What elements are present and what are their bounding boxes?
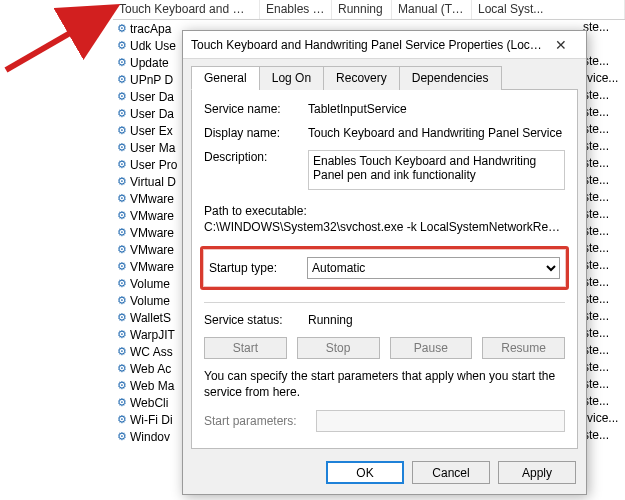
gear-icon: ⚙	[113, 277, 130, 290]
tab-log-on[interactable]: Log On	[259, 66, 324, 90]
start-parameters-input[interactable]	[316, 410, 565, 432]
logon-fragment: ste...	[583, 292, 625, 309]
gear-icon: ⚙	[113, 39, 130, 52]
logon-fragment: ste...	[583, 394, 625, 411]
ok-button[interactable]: OK	[326, 461, 404, 484]
column-status[interactable]: Running	[332, 0, 392, 19]
start-button[interactable]: Start	[204, 337, 287, 359]
gear-icon: ⚙	[113, 141, 130, 154]
gear-icon: ⚙	[113, 73, 130, 86]
tab-recovery[interactable]: Recovery	[323, 66, 400, 90]
logon-fragment: ste...	[583, 275, 625, 292]
close-icon[interactable]: ✕	[542, 34, 580, 56]
dialog-titlebar[interactable]: Touch Keyboard and Handwriting Panel Ser…	[183, 31, 586, 59]
gear-icon: ⚙	[113, 175, 130, 188]
gear-icon: ⚙	[113, 243, 130, 256]
gear-icon: ⚙	[113, 379, 130, 392]
logon-fragment: ste...	[583, 428, 625, 445]
column-startup-type[interactable]: Manual (Trig...	[392, 0, 472, 19]
gear-icon: ⚙	[113, 328, 130, 341]
gear-icon: ⚙	[113, 311, 130, 324]
logon-fragment: ste...	[583, 326, 625, 343]
startup-type-highlight: Startup type: Automatic (Delayed Start)A…	[200, 246, 569, 290]
gear-icon: ⚙	[113, 345, 130, 358]
startup-type-select[interactable]: Automatic (Delayed Start)AutomaticManual…	[307, 257, 560, 279]
services-columns-header: Touch Keyboard and Hand... Enables Tou..…	[113, 0, 625, 20]
column-name[interactable]: Touch Keyboard and Hand...	[113, 0, 260, 19]
dialog-button-row: OK Cancel Apply	[183, 457, 586, 494]
gear-icon: ⚙	[113, 294, 130, 307]
logon-fragment: ste...	[583, 207, 625, 224]
value-service-name: TabletInputService	[308, 102, 565, 116]
label-display-name: Display name:	[204, 126, 308, 140]
tab-dependencies[interactable]: Dependencies	[399, 66, 502, 90]
column-logon-as[interactable]: Local Syst...	[472, 0, 625, 19]
label-start-parameters: Start parameters:	[204, 414, 308, 428]
svg-line-0	[6, 10, 110, 70]
gear-icon: ⚙	[113, 107, 130, 120]
label-service-status: Service status:	[204, 313, 308, 327]
gear-icon: ⚙	[113, 396, 130, 409]
label-description: Description:	[204, 150, 308, 164]
gear-icon: ⚙	[113, 362, 130, 375]
logon-fragment: ste...	[583, 258, 625, 275]
gear-icon: ⚙	[113, 158, 130, 171]
logon-fragment: rvice...	[583, 411, 625, 428]
label-service-name: Service name:	[204, 102, 308, 116]
logon-column-fragments: ste...ste...rvice...ste...ste...ste...st…	[583, 20, 625, 445]
label-startup-type: Startup type:	[209, 261, 307, 275]
gear-icon: ⚙	[113, 56, 130, 69]
logon-fragment: ste...	[583, 224, 625, 241]
general-tab-pane: Service name: TabletInputService Display…	[191, 90, 578, 449]
logon-fragment: ste...	[583, 173, 625, 190]
gear-icon: ⚙	[113, 430, 130, 443]
logon-fragment: ste...	[583, 122, 625, 139]
value-display-name: Touch Keyboard and Handwriting Panel Ser…	[308, 126, 565, 140]
logon-fragment: rvice...	[583, 71, 625, 88]
stop-button[interactable]: Stop	[297, 337, 380, 359]
logon-fragment: ste...	[583, 309, 625, 326]
logon-fragment: ste...	[583, 54, 625, 71]
logon-fragment: ste...	[583, 190, 625, 207]
dialog-title: Touch Keyboard and Handwriting Panel Ser…	[191, 38, 542, 52]
logon-fragment: ste...	[583, 88, 625, 105]
tab-general[interactable]: General	[191, 66, 260, 90]
dialog-tabs: GeneralLog OnRecoveryDependencies	[191, 65, 578, 90]
gear-icon: ⚙	[113, 226, 130, 239]
column-description[interactable]: Enables Tou...	[260, 0, 332, 19]
value-description[interactable]	[308, 150, 565, 190]
logon-fragment: ste...	[583, 360, 625, 377]
cancel-button[interactable]: Cancel	[412, 461, 490, 484]
gear-icon: ⚙	[113, 260, 130, 273]
pause-button[interactable]: Pause	[390, 337, 473, 359]
logon-fragment: ste...	[583, 241, 625, 258]
service-properties-dialog: Touch Keyboard and Handwriting Panel Ser…	[182, 30, 587, 495]
separator	[204, 302, 565, 303]
value-path: C:\WINDOWS\System32\svchost.exe -k Local…	[204, 220, 565, 234]
apply-button[interactable]: Apply	[498, 461, 576, 484]
gear-icon: ⚙	[113, 90, 130, 103]
gear-icon: ⚙	[113, 124, 130, 137]
logon-fragment: ste...	[583, 139, 625, 156]
logon-fragment	[583, 37, 625, 54]
value-service-status: Running	[308, 313, 565, 327]
logon-fragment: ste...	[583, 343, 625, 360]
gear-icon: ⚙	[113, 22, 130, 35]
start-parameters-hint: You can specify the start parameters tha…	[204, 369, 565, 400]
logon-fragment: ste...	[583, 105, 625, 122]
gear-icon: ⚙	[113, 192, 130, 205]
gear-icon: ⚙	[113, 209, 130, 222]
gear-icon: ⚙	[113, 413, 130, 426]
logon-fragment: ste...	[583, 20, 625, 37]
logon-fragment: ste...	[583, 377, 625, 394]
logon-fragment: ste...	[583, 156, 625, 173]
label-path: Path to executable:	[204, 204, 565, 218]
resume-button[interactable]: Resume	[482, 337, 565, 359]
